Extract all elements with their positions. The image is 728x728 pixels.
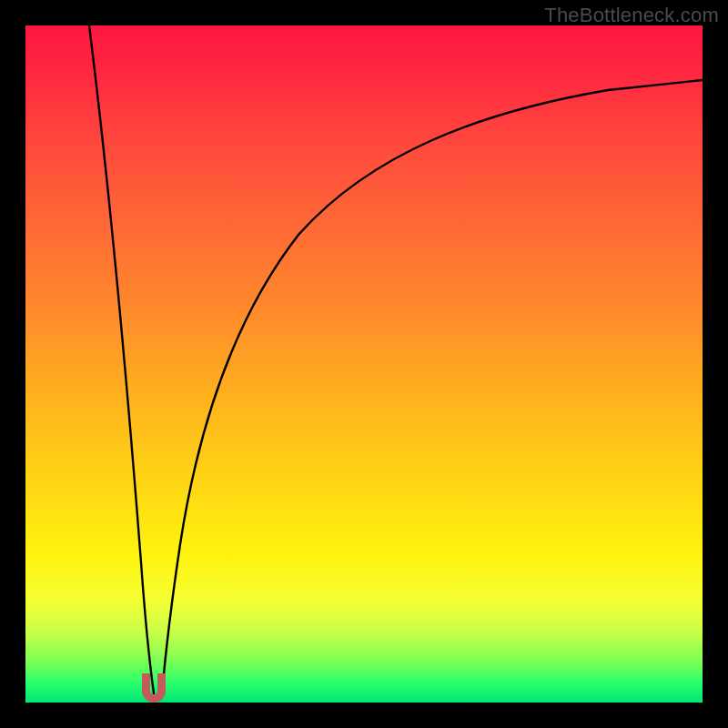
bottleneck-curve [25,25,703,703]
curve-left-branch [89,25,154,693]
plot-area [25,25,703,703]
curve-right-branch [162,80,703,693]
watermark-text: TheBottleneck.com [544,4,719,27]
chart-frame: TheBottleneck.com [0,0,728,728]
minimum-marker-icon [142,673,166,703]
